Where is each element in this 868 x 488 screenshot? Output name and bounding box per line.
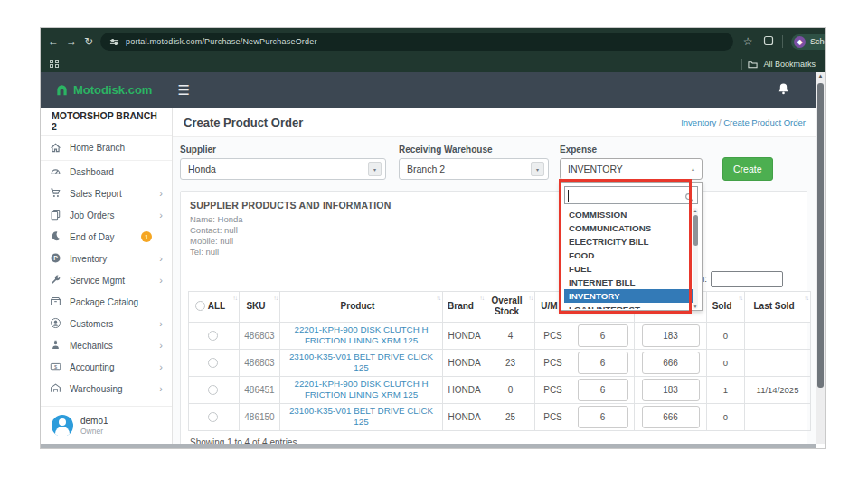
quantity-input[interactable] xyxy=(578,379,628,401)
expense-select[interactable]: INVENTORY ▲ xyxy=(560,158,703,180)
overall-stock-value: 23 xyxy=(505,358,515,368)
site-settings-icon[interactable] xyxy=(109,37,119,47)
table-header-row: ALL↑↓SKU↑↓Product↑↓Brand↑↓Overall Stock↑… xyxy=(189,291,811,322)
dropdown-scrollbar[interactable]: ▲ ▼ xyxy=(693,208,698,309)
product-link[interactable]: 22201-KPH-900 DISK CLUTCH H FRICTION LIN… xyxy=(283,379,439,400)
sidebar-item-home-branch[interactable]: Home Branch › xyxy=(41,136,172,161)
quantity-input[interactable] xyxy=(578,352,628,374)
row-radio[interactable] xyxy=(208,358,218,368)
brand-logo[interactable]: Motodisk.com xyxy=(55,83,152,97)
cost-input[interactable] xyxy=(642,324,700,347)
overall-stock-value: 25 xyxy=(505,412,515,422)
column-header-all[interactable]: ALL↑↓ xyxy=(189,291,240,322)
sidebar-item-dashboard[interactable]: Dashboard › xyxy=(41,161,172,183)
create-button[interactable]: Create xyxy=(722,157,773,181)
product-link[interactable]: 23100-K35-V01 BELT DRIVE CLICK 125 xyxy=(283,352,439,373)
column-header-brand[interactable]: Brand↑↓ xyxy=(443,291,486,322)
forward-icon[interactable]: → xyxy=(66,35,77,48)
expense-option-internet-bill[interactable]: INTERNET BILL xyxy=(564,276,698,289)
column-header-last-sold[interactable]: Last Sold↑↓ xyxy=(745,291,811,322)
sidebar-item-package-catalog[interactable]: Package Catalog › xyxy=(41,291,172,313)
chevron-right-icon: › xyxy=(159,361,163,372)
cost-input[interactable] xyxy=(642,406,700,428)
table-search-input[interactable] xyxy=(711,271,783,287)
bookmarks-bar: All Bookmarks xyxy=(41,55,825,72)
sort-icon[interactable]: ↑↓ xyxy=(233,295,238,302)
cost-input[interactable] xyxy=(642,379,700,401)
horizontal-scrollbar[interactable] xyxy=(41,444,816,448)
sidebar-item-mechanics[interactable]: Mechanics › xyxy=(41,334,172,356)
supplier-select[interactable]: Honda ▾ xyxy=(180,158,386,180)
sidebar-item-service-mgmt[interactable]: Service Mgmt › xyxy=(41,269,172,291)
sort-icon[interactable]: ↑↓ xyxy=(529,295,533,302)
sidebar-user[interactable]: demo1 Owner xyxy=(41,406,172,444)
expense-dropdown-search[interactable] xyxy=(564,186,698,204)
apps-grid-icon[interactable] xyxy=(50,60,59,69)
sort-icon[interactable]: ↑↓ xyxy=(274,295,278,302)
notifications-bell-icon[interactable] xyxy=(778,82,789,99)
breadcrumb-inventory-link[interactable]: Inventory xyxy=(681,117,716,127)
scroll-up-icon[interactable]: ▲ xyxy=(816,73,825,79)
reload-icon[interactable]: ↻ xyxy=(84,35,93,48)
bookmark-star-icon[interactable]: ☆ xyxy=(741,35,755,48)
sidebar-item-customers[interactable]: Customers › xyxy=(41,313,172,334)
expense-option-commission[interactable]: COMMISSION xyxy=(564,208,698,221)
expense-option-electricity-bill[interactable]: ELECTRICITY BILL xyxy=(564,235,698,249)
sold-value: 0 xyxy=(723,358,728,368)
row-radio[interactable] xyxy=(208,331,218,341)
row-radio[interactable] xyxy=(208,412,218,422)
quantity-input[interactable] xyxy=(578,406,628,428)
um-value: PCS xyxy=(543,385,562,395)
supplier-info-line: Tel: null xyxy=(190,247,803,258)
sort-icon[interactable]: ↑↓ xyxy=(480,295,485,302)
quantity-input[interactable] xyxy=(578,324,628,347)
row-radio[interactable] xyxy=(208,385,218,395)
table-row: 48615023100-K35-V01 BELT DRIVE CLICK 125… xyxy=(189,403,811,430)
expense-option-fuel[interactable]: FUEL xyxy=(564,262,698,276)
column-header-product[interactable]: Product↑↓ xyxy=(280,291,443,322)
column-header-sku[interactable]: SKU↑↓ xyxy=(240,291,280,322)
expense-option-loan-interest[interactable]: LOAN INTEREST xyxy=(564,303,698,309)
breadcrumb-current[interactable]: Create Product Order xyxy=(723,117,806,127)
chevron-right-icon: › xyxy=(159,275,163,286)
column-header-overall-stock[interactable]: Overall Stock↑↓ xyxy=(486,291,535,322)
sidebar-item-inventory[interactable]: P Inventory › xyxy=(41,248,172,269)
brand-value: HONDA xyxy=(448,412,480,422)
product-link[interactable]: 22201-KPH-900 DISK CLUTCH H FRICTION LIN… xyxy=(283,324,439,346)
scroll-up-icon[interactable]: ▲ xyxy=(693,208,698,213)
sort-icon[interactable]: ↑↓ xyxy=(805,295,809,302)
scroll-down-icon[interactable]: ▼ xyxy=(693,304,698,309)
cost-input[interactable] xyxy=(642,352,700,374)
um-value: PCS xyxy=(543,331,562,341)
tab-group-icon[interactable] xyxy=(763,33,774,50)
sort-icon[interactable]: ↑↓ xyxy=(739,295,743,302)
select-all-radio[interactable] xyxy=(195,301,205,311)
overall-stock-value: 4 xyxy=(508,331,514,341)
expense-dropdown-panel: COMMISSIONCOMMUNICATIONSELECTRICITY BILL… xyxy=(560,182,703,311)
cart-icon xyxy=(50,187,62,200)
sidebar-item-end-of-day[interactable]: End of Day 1 › xyxy=(41,226,172,248)
warehouse-select[interactable]: Branch 2 ▾ xyxy=(399,158,549,180)
page-scrollbar[interactable]: ▲ xyxy=(816,72,825,444)
hamburger-menu-icon[interactable]: ☰ xyxy=(177,82,189,99)
supplier-products-box: SUPPLIER PRODUCTS AND INFORMATION Name: … xyxy=(180,191,807,444)
sidebar-item-sales-report[interactable]: Sales Report › xyxy=(41,183,172,204)
expense-option-food[interactable]: FOOD xyxy=(564,249,698,262)
dropdown-scroll-thumb[interactable] xyxy=(693,215,698,246)
all-bookmarks-button[interactable]: All Bookmarks xyxy=(763,60,816,69)
sort-icon[interactable]: ↑↓ xyxy=(437,295,441,302)
address-bar[interactable]: portal.motodisk.com/Purchase/NewPurchase… xyxy=(100,33,733,51)
box-icon xyxy=(50,296,62,308)
back-icon[interactable]: ← xyxy=(48,35,59,48)
scrollbar-thumb[interactable] xyxy=(817,83,824,388)
expense-option-inventory[interactable]: INVENTORY xyxy=(564,289,698,303)
sidebar-item-accounting[interactable]: $ Accounting › xyxy=(41,356,172,378)
column-header-sold[interactable]: Sold↑↓ xyxy=(707,291,745,322)
profile-chip[interactable]: ◆ School xyxy=(791,34,826,50)
sku-value: 486150 xyxy=(244,412,274,422)
product-link[interactable]: 23100-K35-V01 BELT DRIVE CLICK 125 xyxy=(283,406,439,427)
sidebar-item-job-orders[interactable]: Job Orders › xyxy=(41,204,172,226)
sidebar-item-warehousing[interactable]: Warehousing › xyxy=(41,378,172,399)
breadcrumb: Inventory / Create Product Order xyxy=(681,117,806,127)
expense-option-communications[interactable]: COMMUNICATIONS xyxy=(564,221,698,235)
